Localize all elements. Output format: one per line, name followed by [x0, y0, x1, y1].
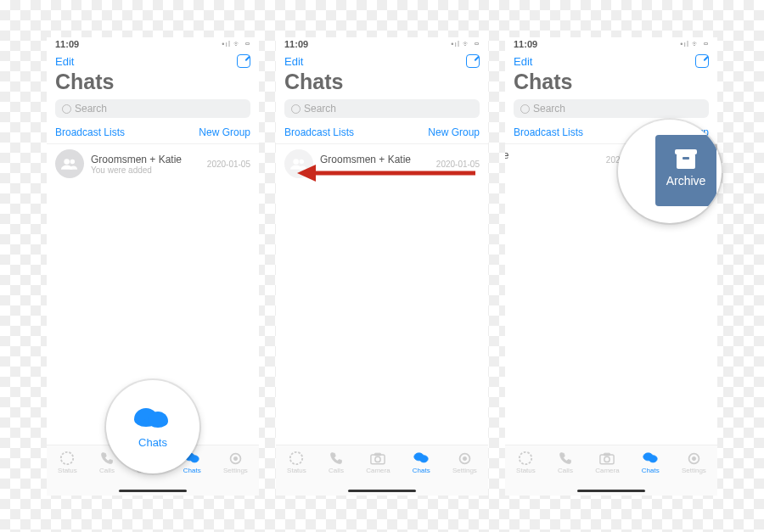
swipe-left-arrow — [297, 163, 475, 183]
svg-point-12 — [290, 452, 302, 464]
tab-label: Settings — [223, 467, 248, 474]
status-icon — [289, 451, 304, 466]
tab-label: Chats — [183, 467, 201, 474]
tab-label: Camera — [366, 467, 390, 474]
zoom-label: Chats — [138, 436, 167, 449]
tab-bar: Status Calls Camera Chats Settings — [505, 445, 717, 496]
compose-icon[interactable] — [466, 54, 480, 68]
search-placeholder: Search — [75, 103, 107, 115]
compose-icon[interactable] — [237, 54, 250, 68]
svg-rect-25 — [604, 453, 610, 456]
svg-point-27 — [649, 456, 658, 462]
stage: 11:09 •ıl ᯤ ▭ Edit Chats Search Broadcas… — [0, 0, 764, 532]
status-icon — [59, 451, 75, 466]
tab-settings[interactable]: Settings — [452, 451, 477, 474]
chat-date: 2020-01-05 — [207, 160, 250, 169]
tab-label: Calls — [99, 467, 115, 474]
chat-name: men + Katie — [505, 149, 599, 161]
svg-point-0 — [64, 159, 70, 165]
gear-icon — [228, 451, 243, 466]
status-time: 11:09 — [514, 39, 537, 49]
status-time: 11:09 — [284, 39, 308, 49]
zoom-chats-tab: Chats — [106, 380, 199, 473]
link-row: Broadcast Lists New Group — [47, 123, 259, 144]
top-bar: Edit — [47, 51, 259, 70]
home-indicator — [119, 490, 187, 492]
chats-icon — [134, 405, 171, 434]
edit-button[interactable]: Edit — [514, 55, 532, 68]
tab-label: Status — [58, 467, 77, 474]
new-group-link[interactable]: New Group — [199, 126, 250, 138]
tab-status[interactable]: Status — [287, 451, 306, 474]
chat-name: Groomsmen + Katie — [91, 154, 200, 165]
tab-label: Status — [516, 467, 536, 474]
tab-status[interactable]: Status — [516, 451, 536, 474]
tab-calls[interactable]: Calls — [329, 451, 344, 474]
status-bar: 11:09 •ıl ᯤ ▭ — [276, 37, 488, 51]
tab-camera[interactable]: Camera — [595, 451, 619, 474]
tab-settings[interactable]: Settings — [223, 451, 248, 474]
svg-point-29 — [692, 456, 695, 460]
archive-button[interactable]: Archive — [655, 135, 716, 206]
tab-status[interactable]: Status — [58, 451, 77, 474]
compose-icon[interactable] — [695, 54, 709, 68]
home-indicator — [348, 490, 416, 492]
svg-point-22 — [520, 452, 531, 464]
gear-icon — [686, 451, 701, 466]
tab-label: Settings — [452, 467, 477, 474]
tab-label: Chats — [642, 467, 660, 474]
home-indicator — [577, 490, 645, 492]
chats-icon — [643, 451, 658, 466]
svg-point-19 — [463, 456, 466, 460]
status-bar: 11:09 •ıl ᯤ ▭ — [47, 37, 259, 51]
search-placeholder: Search — [304, 103, 336, 115]
tab-label: Chats — [413, 467, 430, 474]
top-bar: Edit — [505, 51, 717, 70]
broadcast-lists-link[interactable]: Broadcast Lists — [514, 126, 583, 138]
tab-settings[interactable]: Settings — [682, 451, 706, 474]
search-placeholder: Search — [533, 103, 565, 115]
phone-icon — [99, 451, 115, 466]
group-avatar-icon — [55, 149, 84, 178]
page-title: Chats — [47, 70, 259, 98]
edit-button[interactable]: Edit — [55, 55, 74, 68]
new-group-link[interactable]: New Group — [428, 126, 480, 138]
search-input[interactable]: Search — [284, 99, 480, 118]
tab-label: Calls — [329, 467, 344, 474]
zoom-archive-action: Archive — [618, 120, 722, 223]
edit-button[interactable]: Edit — [284, 55, 303, 68]
top-bar: Edit — [276, 51, 488, 70]
broadcast-lists-link[interactable]: Broadcast Lists — [284, 126, 354, 138]
gear-icon — [457, 451, 472, 466]
svg-point-1 — [70, 160, 75, 165]
page-title: Chats — [276, 70, 488, 98]
tab-camera[interactable]: Camera — [366, 451, 390, 474]
tab-bar: Status Calls Camera Chats Settings — [276, 445, 488, 496]
page-title: Chats — [505, 70, 717, 98]
svg-point-9 — [233, 456, 237, 460]
svg-rect-15 — [375, 453, 381, 456]
tab-calls[interactable]: Calls — [558, 451, 573, 474]
tab-label: Status — [287, 467, 306, 474]
svg-point-14 — [375, 456, 380, 462]
status-indicators: •ıl ᯤ ▭ — [680, 40, 709, 48]
screenshot-3: 11:09 •ıl ᯤ ▭ Edit Chats Search Broadcas… — [505, 37, 717, 496]
search-input[interactable]: Search — [55, 99, 250, 118]
tab-chats[interactable]: Chats — [413, 451, 430, 474]
tab-chats[interactable]: Chats — [642, 451, 660, 474]
screenshot-2: 11:09 •ıl ᯤ ▭ Edit Chats Search Broadcas… — [276, 37, 488, 496]
tab-calls[interactable]: Calls — [99, 451, 115, 474]
chat-subtitle: added — [505, 161, 599, 171]
chats-icon — [413, 451, 429, 466]
search-input[interactable]: Search — [514, 99, 709, 118]
status-icon — [518, 451, 533, 466]
svg-point-24 — [604, 456, 610, 462]
chat-meta: Groomsmen + Katie You were added — [91, 154, 200, 175]
svg-marker-21 — [297, 165, 316, 182]
chat-subtitle: You were added — [91, 165, 200, 175]
archive-icon — [677, 154, 695, 169]
broadcast-lists-link[interactable]: Broadcast Lists — [55, 126, 125, 138]
tab-label: Camera — [595, 467, 619, 474]
svg-point-17 — [420, 456, 429, 462]
chat-row[interactable]: Groomsmen + Katie You were added 2020-01… — [47, 144, 259, 183]
